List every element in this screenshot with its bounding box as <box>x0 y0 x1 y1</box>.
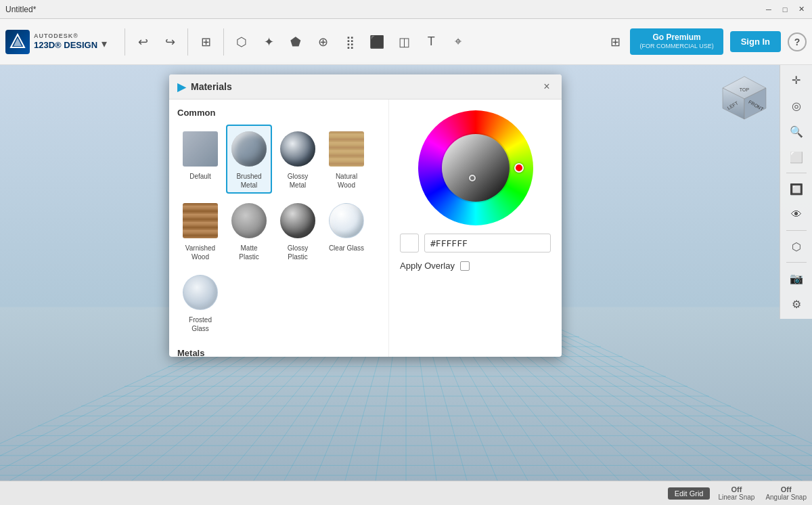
materials-button[interactable]: ⬡ <box>784 234 809 259</box>
material-frosted-glass[interactable]: Frosted Glass <box>177 268 223 337</box>
material-brushed-metal[interactable]: Brushed Metal <box>226 125 272 194</box>
minimize-button[interactable]: ─ <box>763 4 774 15</box>
apply-overlay-checkbox[interactable] <box>460 261 470 271</box>
material-glossy-metal[interactable]: Glossy Metal <box>275 125 321 194</box>
group-button[interactable]: ⬛ <box>365 30 389 54</box>
redo-button[interactable]: ↪ <box>158 30 182 54</box>
frosted-glass-preview <box>183 275 218 310</box>
signin-button[interactable]: Sign In <box>730 31 781 52</box>
angular-snap-value[interactable]: Off <box>781 485 792 493</box>
common-materials-grid: Default Brushed Metal Glossy Metal <box>177 125 380 337</box>
bottom-bar: Edit Grid Off Linear Snap Off Angular Sn… <box>0 481 812 505</box>
library-button[interactable]: ⊞ <box>603 30 627 54</box>
maximize-button[interactable]: □ <box>780 4 790 15</box>
combine-button[interactable]: ⊕ <box>311 30 335 54</box>
natural-wood-preview <box>329 131 364 167</box>
frosted-glass-thumb <box>180 272 221 313</box>
default-thumb <box>180 129 221 169</box>
new-object-button[interactable]: ⊞ <box>194 30 218 54</box>
sketch-button[interactable]: ⬡ <box>229 30 254 54</box>
color-swatch[interactable] <box>400 234 419 252</box>
pan-button[interactable]: ✛ <box>784 68 809 92</box>
help-button[interactable]: ? <box>788 32 807 51</box>
varnished-wood-thumb <box>180 200 221 241</box>
color-input-row <box>400 234 551 252</box>
edit-grid-button[interactable]: Edit Grid <box>668 487 710 500</box>
premium-label: Go Premium <box>639 32 713 43</box>
logo-dropdown-arrow[interactable]: ▾ <box>102 37 111 47</box>
apply-overlay-row: Apply Overlay <box>400 261 551 271</box>
matte-plastic-label: Matte Plastic <box>230 244 268 261</box>
zoom-fit-button[interactable]: ⬜ <box>784 145 809 169</box>
zoom-button[interactable]: 🔍 <box>784 119 809 144</box>
glossy-metal-thumb <box>277 129 318 169</box>
color-wheel[interactable] <box>418 110 533 225</box>
extrude-button[interactable]: ⬟ <box>284 30 308 54</box>
dialog-close-button[interactable]: × <box>540 80 554 93</box>
color-hex-input[interactable] <box>424 234 551 252</box>
frosted-glass-label: Frosted Glass <box>181 315 219 333</box>
right-toolbar: ✛ ◎ 🔍 ⬜ 🔲 👁 ⬡ 📷 ⚙ <box>780 65 812 319</box>
varnished-wood-label: Varnished Wood <box>181 244 219 261</box>
clear-glass-label: Clear Glass <box>329 244 364 252</box>
view-perspective-button[interactable]: 👁 <box>784 202 809 227</box>
logo-text: AUTODESK® 123D® DESIGN <box>34 32 97 50</box>
material-default[interactable]: Default <box>177 125 223 194</box>
toolbar-separator-2 <box>187 28 188 56</box>
default-preview <box>183 131 218 167</box>
toolbar: AUTODESK® 123D® DESIGN ▾ ↩ ↪ ⊞ ⬡ ✦ ⬟ ⊕ ⣿… <box>0 19 812 65</box>
glossy-plastic-label: Glossy Plastic <box>279 244 317 261</box>
right-toolbar-sep-3 <box>786 262 807 263</box>
color-wheel-container[interactable] <box>418 110 533 225</box>
material-varnished-wood[interactable]: Varnished Wood <box>177 196 223 265</box>
common-section-title: Common <box>177 108 380 118</box>
orbit-button[interactable]: ◎ <box>784 93 809 118</box>
transform-button[interactable]: ✦ <box>256 30 281 54</box>
material-matte-plastic[interactable]: Matte Plastic <box>226 196 272 265</box>
color-picker-panel: Apply Overlay <box>389 100 562 357</box>
window-controls: ─ □ ✕ <box>763 4 807 15</box>
premium-button[interactable]: Go Premium (FOR COMMERCIAL USE) <box>630 28 723 55</box>
product-name: 123D® DESIGN <box>34 40 97 51</box>
matte-plastic-preview <box>231 203 267 238</box>
color-picker-inner-cursor <box>469 175 476 181</box>
glossy-metal-label: Glossy Metal <box>279 172 317 190</box>
color-wheel-inner[interactable] <box>442 134 510 202</box>
toolbar-separator-3 <box>223 28 224 56</box>
undo-button[interactable]: ↩ <box>131 30 155 54</box>
linear-snap-control: Off Linear Snap <box>718 485 754 501</box>
brand-name: AUTODESK® <box>34 32 97 40</box>
linear-snap-value[interactable]: Off <box>731 485 742 493</box>
material-natural-wood[interactable]: Natural Wood <box>323 125 369 194</box>
materials-dialog: ▶ Materials × Common Default <box>169 74 562 357</box>
view-front-button[interactable]: 🔲 <box>784 177 809 201</box>
app-title: Untitled* <box>5 5 36 14</box>
shell-button[interactable]: ◫ <box>392 30 416 54</box>
view-cube[interactable]: TOP LEFT FRONT <box>717 73 771 127</box>
natural-wood-label: Natural Wood <box>328 172 365 190</box>
close-button[interactable]: ✕ <box>796 4 807 15</box>
default-label: Default <box>189 172 211 181</box>
glossy-plastic-preview <box>280 203 315 238</box>
brushed-metal-label: Brushed Metal <box>230 172 268 190</box>
dialog-title-text: Materials <box>191 81 232 92</box>
text-button[interactable]: T <box>419 30 443 54</box>
material-glossy-plastic[interactable]: Glossy Plastic <box>275 196 321 265</box>
clear-glass-thumb <box>326 200 367 241</box>
snap-controls: Off Linear Snap Off Angular Snap <box>718 485 807 501</box>
pattern-button[interactable]: ⣿ <box>338 30 362 54</box>
metals-section-title: Metals <box>177 348 380 357</box>
tools-button[interactable]: ⚙ <box>784 292 809 316</box>
matte-plastic-thumb <box>229 200 269 241</box>
material-clear-glass[interactable]: Clear Glass <box>323 196 369 265</box>
dialog-title: ▶ Materials <box>177 81 232 93</box>
svg-text:TOP: TOP <box>740 87 750 92</box>
dialog-header: ▶ Materials × <box>169 74 562 100</box>
linear-snap-label: Linear Snap <box>718 493 754 501</box>
clear-glass-preview <box>329 203 364 238</box>
screenshot-button[interactable]: 📷 <box>784 266 809 290</box>
materials-icon: ▶ <box>177 81 185 93</box>
autodesk-logo-icon <box>5 30 30 54</box>
measure-button[interactable]: ⌖ <box>446 30 470 54</box>
dialog-body: Common Default Brushed Metal <box>169 100 562 357</box>
